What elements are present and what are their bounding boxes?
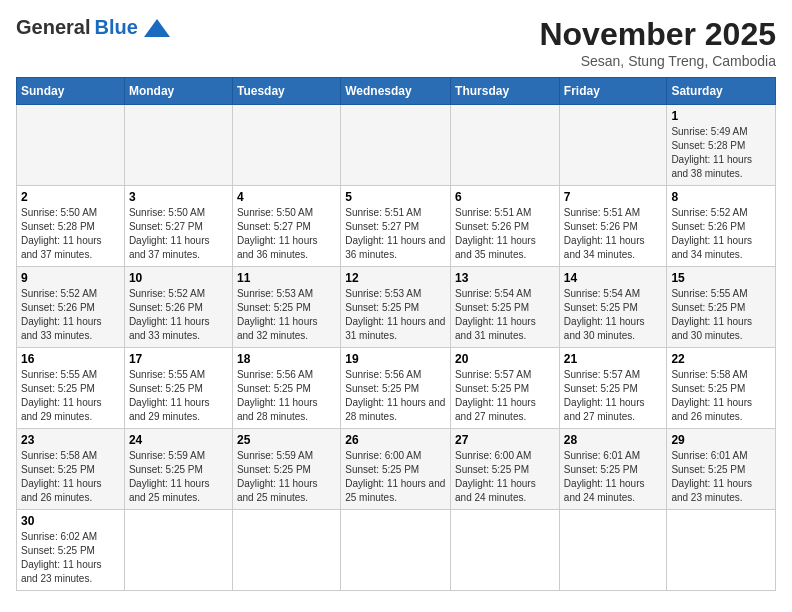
calendar-cell [341,105,451,186]
calendar-cell: 13Sunrise: 5:54 AM Sunset: 5:25 PM Dayli… [451,267,560,348]
day-number: 22 [671,352,771,366]
day-info: Sunrise: 5:59 AM Sunset: 5:25 PM Dayligh… [237,449,336,505]
calendar-week-row: 23Sunrise: 5:58 AM Sunset: 5:25 PM Dayli… [17,429,776,510]
day-number: 13 [455,271,555,285]
calendar-week-row: 16Sunrise: 5:55 AM Sunset: 5:25 PM Dayli… [17,348,776,429]
day-info: Sunrise: 5:56 AM Sunset: 5:25 PM Dayligh… [237,368,336,424]
calendar-cell: 6Sunrise: 5:51 AM Sunset: 5:26 PM Daylig… [451,186,560,267]
logo-text-general: General [16,16,90,39]
logo-text-blue: Blue [94,16,137,39]
day-number: 3 [129,190,228,204]
day-number: 18 [237,352,336,366]
calendar-cell: 1Sunrise: 5:49 AM Sunset: 5:28 PM Daylig… [667,105,776,186]
calendar-week-row: 1Sunrise: 5:49 AM Sunset: 5:28 PM Daylig… [17,105,776,186]
calendar-cell [559,105,667,186]
day-info: Sunrise: 5:57 AM Sunset: 5:25 PM Dayligh… [564,368,663,424]
day-info: Sunrise: 5:50 AM Sunset: 5:27 PM Dayligh… [237,206,336,262]
logo-icon [142,17,172,39]
calendar-week-row: 9Sunrise: 5:52 AM Sunset: 5:26 PM Daylig… [17,267,776,348]
calendar-cell [17,105,125,186]
calendar-cell: 11Sunrise: 5:53 AM Sunset: 5:25 PM Dayli… [232,267,340,348]
weekday-header-friday: Friday [559,78,667,105]
calendar-cell [341,510,451,591]
calendar-cell [124,105,232,186]
calendar-cell [451,105,560,186]
calendar-cell: 7Sunrise: 5:51 AM Sunset: 5:26 PM Daylig… [559,186,667,267]
calendar-cell: 20Sunrise: 5:57 AM Sunset: 5:25 PM Dayli… [451,348,560,429]
calendar-cell: 5Sunrise: 5:51 AM Sunset: 5:27 PM Daylig… [341,186,451,267]
calendar-cell: 8Sunrise: 5:52 AM Sunset: 5:26 PM Daylig… [667,186,776,267]
day-info: Sunrise: 6:02 AM Sunset: 5:25 PM Dayligh… [21,530,120,586]
calendar-cell [451,510,560,591]
page-header: General Blue November 2025 Sesan, Stung … [16,16,776,69]
day-number: 23 [21,433,120,447]
day-info: Sunrise: 5:54 AM Sunset: 5:25 PM Dayligh… [455,287,555,343]
title-block: November 2025 Sesan, Stung Treng, Cambod… [539,16,776,69]
day-info: Sunrise: 5:51 AM Sunset: 5:26 PM Dayligh… [455,206,555,262]
calendar-cell: 28Sunrise: 6:01 AM Sunset: 5:25 PM Dayli… [559,429,667,510]
calendar-table: SundayMondayTuesdayWednesdayThursdayFrid… [16,77,776,591]
calendar-cell: 25Sunrise: 5:59 AM Sunset: 5:25 PM Dayli… [232,429,340,510]
calendar-cell: 24Sunrise: 5:59 AM Sunset: 5:25 PM Dayli… [124,429,232,510]
day-number: 14 [564,271,663,285]
logo: General Blue [16,16,172,39]
weekday-header-saturday: Saturday [667,78,776,105]
day-info: Sunrise: 6:00 AM Sunset: 5:25 PM Dayligh… [345,449,446,505]
calendar-cell [232,105,340,186]
day-info: Sunrise: 5:52 AM Sunset: 5:26 PM Dayligh… [21,287,120,343]
day-info: Sunrise: 5:52 AM Sunset: 5:26 PM Dayligh… [129,287,228,343]
calendar-cell: 9Sunrise: 5:52 AM Sunset: 5:26 PM Daylig… [17,267,125,348]
calendar-cell: 30Sunrise: 6:02 AM Sunset: 5:25 PM Dayli… [17,510,125,591]
day-number: 15 [671,271,771,285]
day-number: 27 [455,433,555,447]
calendar-cell: 2Sunrise: 5:50 AM Sunset: 5:28 PM Daylig… [17,186,125,267]
calendar-week-row: 2Sunrise: 5:50 AM Sunset: 5:28 PM Daylig… [17,186,776,267]
day-info: Sunrise: 5:54 AM Sunset: 5:25 PM Dayligh… [564,287,663,343]
day-number: 19 [345,352,446,366]
calendar-cell: 18Sunrise: 5:56 AM Sunset: 5:25 PM Dayli… [232,348,340,429]
weekday-header-thursday: Thursday [451,78,560,105]
day-info: Sunrise: 5:53 AM Sunset: 5:25 PM Dayligh… [345,287,446,343]
day-number: 28 [564,433,663,447]
calendar-cell [232,510,340,591]
day-number: 20 [455,352,555,366]
calendar-cell [667,510,776,591]
main-title: November 2025 [539,16,776,53]
day-number: 26 [345,433,446,447]
calendar-cell: 26Sunrise: 6:00 AM Sunset: 5:25 PM Dayli… [341,429,451,510]
calendar-cell: 14Sunrise: 5:54 AM Sunset: 5:25 PM Dayli… [559,267,667,348]
day-number: 4 [237,190,336,204]
day-info: Sunrise: 6:00 AM Sunset: 5:25 PM Dayligh… [455,449,555,505]
day-number: 5 [345,190,446,204]
weekday-header-tuesday: Tuesday [232,78,340,105]
day-number: 11 [237,271,336,285]
weekday-header-wednesday: Wednesday [341,78,451,105]
day-info: Sunrise: 5:59 AM Sunset: 5:25 PM Dayligh… [129,449,228,505]
day-number: 29 [671,433,771,447]
calendar-cell: 16Sunrise: 5:55 AM Sunset: 5:25 PM Dayli… [17,348,125,429]
day-info: Sunrise: 5:58 AM Sunset: 5:25 PM Dayligh… [21,449,120,505]
day-info: Sunrise: 5:50 AM Sunset: 5:28 PM Dayligh… [21,206,120,262]
calendar-cell: 10Sunrise: 5:52 AM Sunset: 5:26 PM Dayli… [124,267,232,348]
day-number: 9 [21,271,120,285]
calendar-cell: 17Sunrise: 5:55 AM Sunset: 5:25 PM Dayli… [124,348,232,429]
calendar-cell [124,510,232,591]
weekday-header-row: SundayMondayTuesdayWednesdayThursdayFrid… [17,78,776,105]
day-number: 25 [237,433,336,447]
day-info: Sunrise: 5:51 AM Sunset: 5:27 PM Dayligh… [345,206,446,262]
day-info: Sunrise: 5:57 AM Sunset: 5:25 PM Dayligh… [455,368,555,424]
calendar-cell: 22Sunrise: 5:58 AM Sunset: 5:25 PM Dayli… [667,348,776,429]
calendar-cell: 29Sunrise: 6:01 AM Sunset: 5:25 PM Dayli… [667,429,776,510]
day-number: 17 [129,352,228,366]
day-number: 16 [21,352,120,366]
day-number: 2 [21,190,120,204]
calendar-cell [559,510,667,591]
calendar-cell: 4Sunrise: 5:50 AM Sunset: 5:27 PM Daylig… [232,186,340,267]
calendar-cell: 12Sunrise: 5:53 AM Sunset: 5:25 PM Dayli… [341,267,451,348]
day-info: Sunrise: 5:55 AM Sunset: 5:25 PM Dayligh… [21,368,120,424]
day-number: 7 [564,190,663,204]
day-info: Sunrise: 5:55 AM Sunset: 5:25 PM Dayligh… [671,287,771,343]
day-number: 6 [455,190,555,204]
day-info: Sunrise: 6:01 AM Sunset: 5:25 PM Dayligh… [564,449,663,505]
day-info: Sunrise: 5:51 AM Sunset: 5:26 PM Dayligh… [564,206,663,262]
